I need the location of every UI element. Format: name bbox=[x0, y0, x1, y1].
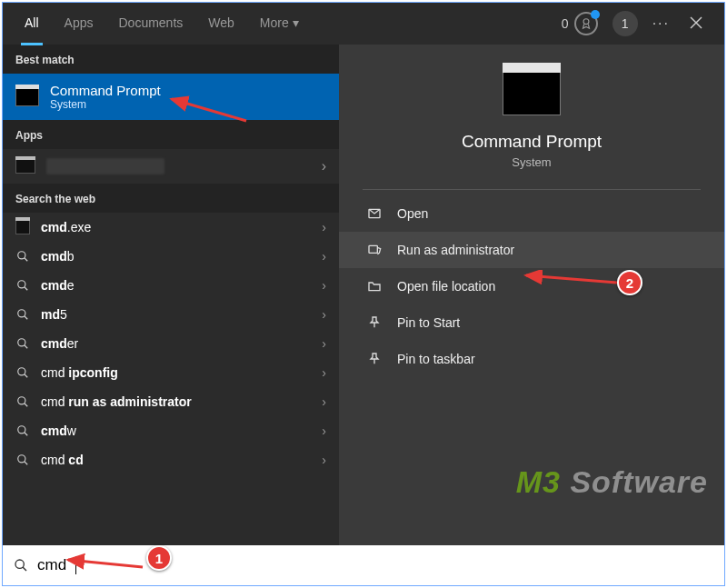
preview-title: Command Prompt bbox=[462, 132, 602, 152]
chevron-right-icon: › bbox=[322, 365, 326, 380]
search-icon bbox=[15, 394, 30, 409]
web-result[interactable]: cmde› bbox=[3, 271, 339, 300]
preview-subtitle: System bbox=[512, 155, 551, 169]
annotation-arrow-2 bbox=[521, 270, 621, 292]
app-name-redacted bbox=[46, 158, 164, 174]
svg-line-12 bbox=[25, 374, 28, 378]
web-result[interactable]: cmdw› bbox=[3, 416, 339, 445]
action-pin-to-taskbar[interactable]: Pin to taskbar bbox=[339, 341, 724, 377]
tab-all[interactable]: All bbox=[12, 3, 52, 45]
action-pin-to-start[interactable]: Pin to Start bbox=[339, 304, 724, 341]
watermark: M3 Software bbox=[516, 464, 708, 500]
svg-line-4 bbox=[25, 258, 28, 262]
pin-taskbar-icon bbox=[366, 351, 383, 367]
open-icon bbox=[366, 205, 383, 222]
svg-rect-20 bbox=[369, 245, 377, 253]
svg-point-7 bbox=[18, 310, 25, 317]
web-result-label: cmd.exe bbox=[41, 220, 91, 234]
web-result[interactable]: cmder› bbox=[3, 329, 339, 358]
tab-apps[interactable]: Apps bbox=[52, 3, 106, 45]
chevron-right-icon: › bbox=[322, 307, 326, 322]
annotation-badge-1: 1 bbox=[146, 545, 172, 571]
more-options-button[interactable]: ··· bbox=[652, 15, 670, 32]
search-icon bbox=[15, 336, 30, 351]
svg-point-0 bbox=[583, 19, 589, 25]
section-search-web: Search the web bbox=[3, 184, 339, 213]
annotation-badge-2: 2 bbox=[617, 270, 642, 295]
top-right-controls: 0 1 ··· bbox=[562, 3, 715, 45]
chevron-down-icon: ▾ bbox=[293, 15, 299, 30]
search-icon bbox=[15, 424, 30, 438]
svg-point-15 bbox=[18, 426, 25, 434]
chevron-right-icon: › bbox=[322, 336, 326, 351]
svg-line-10 bbox=[25, 345, 28, 349]
best-match-title: Command Prompt bbox=[50, 83, 161, 98]
chevron-right-icon: › bbox=[322, 278, 326, 293]
action-run-as-administrator[interactable]: Run as administrator bbox=[339, 232, 724, 268]
web-result[interactable]: cmd cd› bbox=[3, 445, 339, 474]
web-result[interactable]: cmd.exe› bbox=[3, 213, 339, 242]
search-icon bbox=[15, 249, 30, 264]
web-result-label: cmder bbox=[41, 336, 78, 351]
svg-point-5 bbox=[18, 281, 25, 288]
tab-bar: All Apps Documents Web More ▾ 0 1 ··· bbox=[3, 3, 724, 45]
web-result[interactable]: cmd ipconfig› bbox=[3, 358, 339, 387]
account-button[interactable]: 1 bbox=[612, 11, 638, 36]
command-prompt-icon bbox=[15, 88, 39, 106]
svg-line-8 bbox=[25, 316, 28, 320]
svg-point-9 bbox=[18, 339, 25, 346]
svg-line-6 bbox=[25, 287, 28, 291]
close-button[interactable] bbox=[684, 11, 708, 37]
action-run-admin-label: Run as administrator bbox=[397, 243, 514, 257]
svg-line-16 bbox=[25, 433, 28, 436]
web-result[interactable]: cmd run as administrator› bbox=[3, 387, 339, 416]
apps-result[interactable]: › bbox=[3, 149, 339, 184]
search-icon bbox=[15, 278, 30, 293]
web-result-label: cmdw bbox=[41, 424, 76, 438]
web-result[interactable]: cmdb› bbox=[3, 242, 339, 271]
web-result-label: cmdb bbox=[41, 249, 75, 264]
chevron-right-icon: › bbox=[322, 158, 326, 174]
annotation-arrow-best bbox=[166, 94, 248, 125]
svg-line-23 bbox=[68, 560, 143, 567]
search-icon bbox=[15, 453, 30, 467]
preview-panel: Command Prompt System Open Run as admini… bbox=[339, 45, 724, 545]
pin-icon bbox=[366, 314, 383, 331]
tab-web[interactable]: Web bbox=[195, 3, 247, 45]
notification-dot-icon bbox=[591, 10, 600, 19]
svg-point-13 bbox=[18, 397, 25, 404]
svg-point-3 bbox=[18, 252, 25, 259]
app-icon bbox=[15, 159, 35, 174]
web-result-label: cmd ipconfig bbox=[41, 365, 118, 380]
divider bbox=[363, 189, 701, 190]
svg-line-24 bbox=[172, 99, 246, 121]
best-match-subtitle: System bbox=[50, 98, 161, 111]
chevron-right-icon: › bbox=[322, 220, 326, 234]
annotation-arrow-1 bbox=[63, 551, 144, 574]
chevron-right-icon: › bbox=[322, 249, 326, 264]
web-result-label: cmd cd bbox=[41, 453, 84, 467]
action-open-location-label: Open file location bbox=[397, 279, 495, 294]
section-best-match: Best match bbox=[3, 45, 339, 74]
web-result-label: md5 bbox=[41, 307, 67, 322]
tab-more[interactable]: More ▾ bbox=[247, 3, 312, 45]
search-window: All Apps Documents Web More ▾ 0 1 ··· Be… bbox=[2, 2, 725, 586]
tab-documents[interactable]: Documents bbox=[105, 3, 195, 45]
svg-line-14 bbox=[25, 404, 28, 407]
search-icon bbox=[15, 307, 30, 322]
command-prompt-icon bbox=[15, 220, 30, 234]
svg-point-11 bbox=[18, 368, 25, 375]
chevron-right-icon: › bbox=[322, 453, 326, 467]
rewards-icon bbox=[574, 12, 598, 35]
action-pin-taskbar-label: Pin to taskbar bbox=[397, 352, 475, 366]
action-pin-start-label: Pin to Start bbox=[397, 315, 460, 330]
web-result-label: cmd run as administrator bbox=[41, 394, 192, 409]
chevron-right-icon: › bbox=[322, 424, 326, 438]
folder-icon bbox=[366, 278, 383, 294]
shield-icon bbox=[366, 242, 383, 258]
web-result[interactable]: md5› bbox=[3, 300, 339, 329]
rewards-count: 0 bbox=[562, 16, 569, 31]
action-open[interactable]: Open bbox=[339, 195, 724, 232]
rewards-indicator[interactable]: 0 bbox=[562, 12, 598, 35]
web-result-label: cmde bbox=[41, 278, 75, 293]
